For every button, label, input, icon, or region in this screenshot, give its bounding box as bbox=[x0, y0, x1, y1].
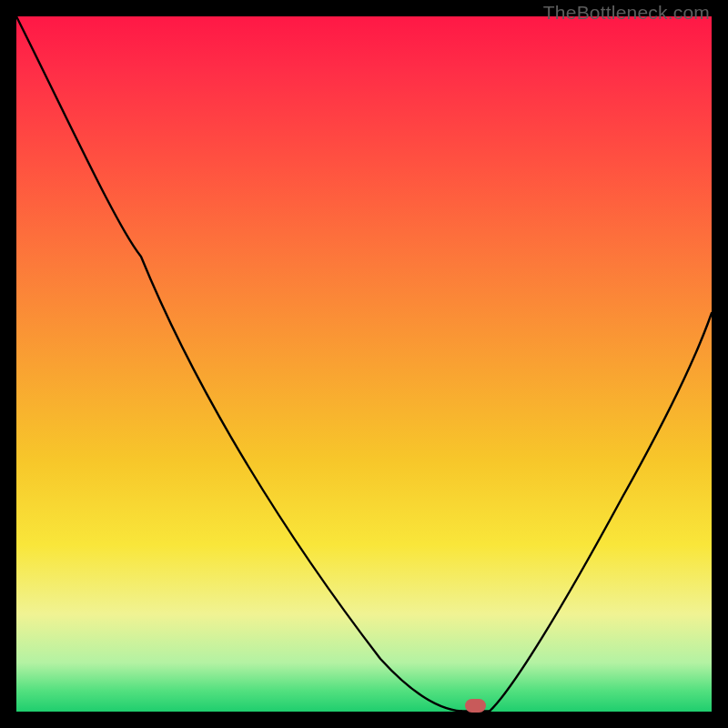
plot-area bbox=[16, 16, 712, 712]
watermark-text: TheBottleneck.com bbox=[543, 2, 710, 24]
curve-right bbox=[490, 313, 712, 712]
curve-left bbox=[16, 16, 461, 712]
chart-frame: TheBottleneck.com bbox=[0, 0, 728, 728]
minimum-marker bbox=[465, 699, 486, 713]
curve-svg bbox=[16, 16, 712, 712]
